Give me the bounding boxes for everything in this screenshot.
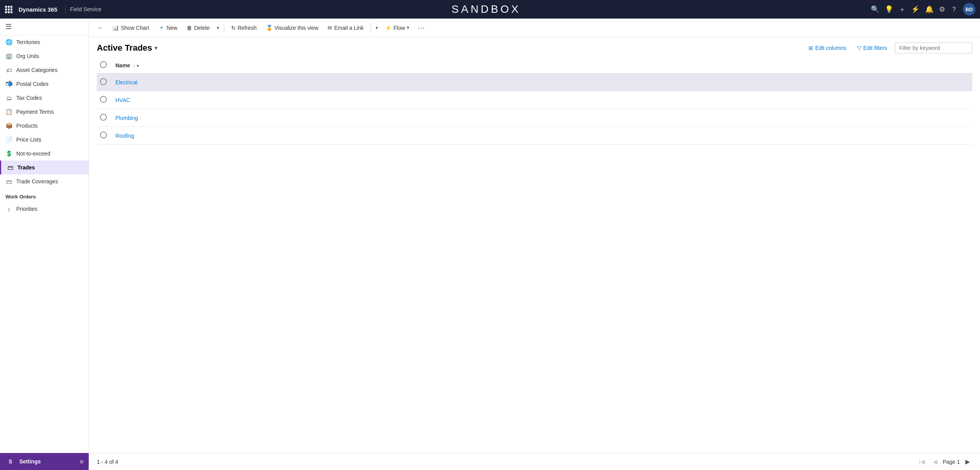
toolbar-sep-2 [371, 23, 371, 32]
svg-rect-1 [8, 6, 10, 8]
row-name-cell: HVAC [112, 91, 972, 109]
row-checkbox-cell [97, 127, 112, 145]
sort-icons[interactable]: ↑ ▾ [133, 63, 139, 68]
sandbox-title: SANDBOX [101, 3, 871, 15]
next-page-button[interactable]: ▶ [963, 457, 972, 466]
asset-categories-icon: 🏷 [5, 67, 12, 73]
sidebar-item-org-units[interactable]: 🏢 Org Units [0, 49, 89, 63]
body-layout: ☰ 🌐 Territories 🏢 Org Units 🏷 Asset Cate… [0, 19, 980, 470]
visualize-button[interactable]: 🏅 Visualize this view [262, 22, 322, 33]
sidebar-item-trades[interactable]: 🗃 Trades [0, 161, 89, 174]
edit-columns-button[interactable]: ⊞ Edit columns [805, 43, 849, 53]
add-icon[interactable]: ＋ [899, 5, 906, 14]
sidebar-item-trade-coverages[interactable]: 🗃 Trade Coverages [0, 174, 89, 188]
app-name: Dynamics 365 [19, 6, 57, 13]
chart-icon: 📊 [112, 25, 119, 31]
delete-dropdown-icon[interactable]: ▾ [215, 24, 221, 32]
first-page-button[interactable]: |◀ [916, 457, 927, 466]
view-header: Active Trades ▾ ⊞ Edit columns ▽ Edit fi… [89, 37, 980, 57]
row-radio[interactable] [100, 96, 107, 103]
waffle-menu[interactable] [5, 5, 12, 13]
sidebar-item-territories[interactable]: 🌐 Territories [0, 35, 89, 49]
search-icon[interactable]: 🔍 [871, 5, 879, 14]
sidebar-item-postal-codes[interactable]: 📬 Postal Codes [0, 77, 89, 91]
svg-rect-8 [10, 11, 12, 13]
territories-icon: 🌐 [5, 39, 12, 46]
sidebar: ☰ 🌐 Territories 🏢 Org Units 🏷 Asset Cate… [0, 19, 89, 470]
price-lists-icon: 📄 [5, 136, 12, 143]
row-radio[interactable] [100, 78, 107, 85]
edit-filters-button[interactable]: ▽ Edit filters [854, 43, 890, 53]
record-link[interactable]: Electrical [115, 79, 137, 85]
module-name: Field Service [70, 6, 101, 12]
table-row: Plumbing [97, 109, 972, 127]
row-checkbox-cell [97, 73, 112, 91]
settings-icon[interactable]: ⚙ [939, 5, 945, 14]
trade-coverages-icon: 🗃 [5, 178, 12, 185]
record-link[interactable]: Plumbing [115, 115, 138, 121]
row-radio[interactable] [100, 114, 107, 121]
filter-icon[interactable]: ⚡ [911, 5, 920, 14]
table-row: Electrical [97, 73, 972, 91]
records-table: Name ↑ ▾ Electrical HVAC [97, 57, 972, 145]
table-header-row: Name ↑ ▾ [97, 57, 972, 73]
toolbar-sep-1 [224, 23, 224, 32]
record-link[interactable]: Roofing [115, 133, 134, 139]
svg-rect-0 [5, 6, 7, 8]
flow-dropdown-icon: ▾ [407, 25, 409, 30]
bell-icon[interactable]: 🔔 [925, 5, 934, 14]
columns-icon: ⊞ [808, 45, 813, 51]
back-icon: ← [98, 25, 103, 31]
delete-icon: 🗑 [187, 25, 192, 31]
refresh-button[interactable]: ↻ Refresh [227, 22, 261, 33]
record-link[interactable]: HVAC [115, 97, 130, 103]
sidebar-item-tax-codes[interactable]: 🗂 Tax Codes [0, 91, 89, 105]
sidebar-item-price-lists[interactable]: 📄 Price Lists [0, 133, 89, 147]
select-all-checkbox[interactable] [100, 61, 107, 68]
postal-codes-icon: 📬 [5, 80, 12, 87]
header-name-col[interactable]: Name ↑ ▾ [112, 57, 972, 73]
delete-button[interactable]: 🗑 Delete [183, 22, 213, 33]
nav-divider [65, 5, 65, 14]
new-button[interactable]: ＋ New [154, 21, 181, 34]
prev-page-button[interactable]: ◀ [930, 457, 940, 466]
toolbar: ← 📊 Show Chart ＋ New 🗑 Delete ▾ ↻ Refres… [89, 19, 980, 37]
sidebar-item-settings[interactable]: S Settings ◇ [0, 453, 89, 470]
svg-rect-2 [10, 6, 12, 8]
help-icon[interactable]: ？ [951, 5, 958, 14]
table-row: HVAC [97, 91, 972, 109]
view-actions: ⊞ Edit columns ▽ Edit filters [805, 43, 972, 53]
email-dropdown-icon[interactable]: ▾ [374, 24, 379, 32]
sidebar-item-products[interactable]: 📦 Products [0, 119, 89, 133]
email-link-button[interactable]: ✉ Email a Link [324, 22, 367, 33]
work-orders-section-header: Work Orders [0, 188, 89, 202]
svg-rect-6 [5, 11, 7, 13]
sidebar-item-payment-terms[interactable]: 📋 Payment Terms [0, 105, 89, 119]
settings-chevron-icon: ◇ [80, 459, 83, 464]
header-checkbox-col [97, 57, 112, 73]
sidebar-item-priorities[interactable]: ↕ Priorities [0, 202, 89, 216]
lightbulb-icon[interactable]: 💡 [885, 5, 893, 14]
flow-button[interactable]: ⚡ Flow ▾ [381, 22, 413, 33]
hamburger-icon[interactable]: ☰ [5, 22, 12, 31]
sidebar-item-asset-categories[interactable]: 🏷 Asset Categories [0, 63, 89, 77]
row-name-cell: Plumbing [112, 109, 972, 127]
svg-rect-4 [8, 9, 10, 10]
view-title[interactable]: Active Trades ▾ [97, 43, 157, 53]
trades-icon: 🗃 [7, 164, 14, 171]
filter-by-keyword-input[interactable] [895, 43, 972, 53]
record-range-text: 1 - 4 of 4 [97, 459, 118, 465]
products-icon: 📦 [5, 122, 12, 129]
svg-rect-5 [10, 9, 12, 10]
row-radio[interactable] [100, 132, 107, 138]
back-button[interactable]: ← [94, 22, 107, 33]
pagination: |◀ ◀ Page 1 ▶ [916, 457, 972, 466]
table-area: Name ↑ ▾ Electrical HVAC [89, 57, 980, 453]
svg-rect-7 [8, 11, 10, 13]
table-row: Roofing [97, 127, 972, 145]
avatar[interactable]: BD [963, 3, 975, 15]
sidebar-item-not-to-exceed[interactable]: 💲 Not-to-exceed [0, 147, 89, 161]
table-footer: 1 - 4 of 4 |◀ ◀ Page 1 ▶ [89, 453, 980, 470]
show-chart-button[interactable]: 📊 Show Chart [108, 22, 153, 33]
more-options-icon[interactable]: ⋯ [415, 22, 428, 34]
